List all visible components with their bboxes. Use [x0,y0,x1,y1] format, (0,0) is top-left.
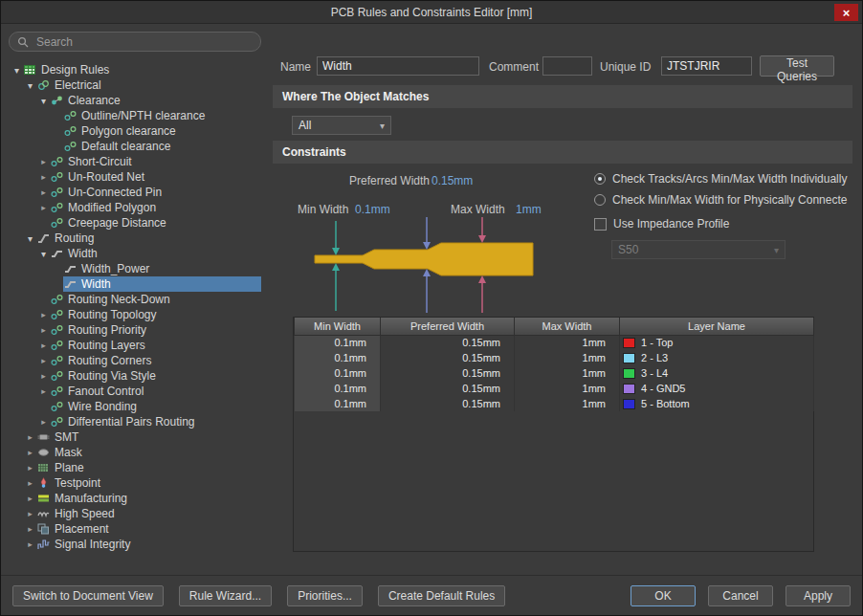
preferred-width-cell[interactable]: 0.15mm [381,350,515,365]
layer-table-row[interactable]: 0.1mm0.15mm1mm3 - L4 [295,365,814,381]
tree-item[interactable]: Default clearance [9,139,261,154]
preferred-width-cell[interactable]: 0.15mm [381,396,515,411]
expand-arrow-icon[interactable]: ▸ [37,203,50,212]
expand-arrow-icon[interactable]: ▸ [37,417,50,427]
min-width-cell[interactable]: 0.1mm [295,396,381,411]
layer-table-row[interactable]: 0.1mm0.15mm1mm5 - Bottom [295,396,814,411]
collapse-arrow-icon[interactable]: ▾ [11,65,23,76]
tree-item[interactable]: ▸Testpoint [9,475,261,491]
tree-item[interactable]: ▸High Speed [9,506,261,521]
tree-item[interactable]: Creepage Distance [9,215,261,231]
expand-arrow-icon[interactable]: ▸ [37,157,50,166]
expand-arrow-icon[interactable]: ▸ [37,325,50,335]
layer-table-row[interactable]: 0.1mm0.15mm1mm1 - Top [295,335,814,350]
ok-button[interactable]: OK [631,585,696,606]
collapse-arrow-icon[interactable]: ▾ [24,80,36,91]
column-header-layer-name[interactable]: Layer Name [620,318,814,335]
min-width-cell[interactable]: 0.1mm [295,350,381,365]
tree-item[interactable]: ▸Un-Routed Net [9,169,261,185]
max-width-cell[interactable]: 1mm [515,396,620,411]
expand-arrow-icon[interactable]: ▸ [37,310,50,319]
tree-item[interactable]: ▾Electrical [9,77,261,93]
rule-wizard-button[interactable]: Rule Wizard... [179,585,272,606]
priorities-button[interactable]: Priorities... [287,585,363,606]
tree-item[interactable]: ▸SMT [9,429,261,445]
radio-check-physical[interactable]: Check Min/Max Width for Physically Conne… [594,193,847,207]
tree-item[interactable]: Outline/NPTH clearance [9,108,261,123]
layer-table-row[interactable]: 0.1mm0.15mm1mm4 - GND5 [295,381,814,396]
max-width-cell[interactable]: 1mm [515,365,620,381]
cancel-button[interactable]: Cancel [708,585,773,606]
tree-item[interactable]: ▸Routing Corners [9,353,261,368]
max-width-cell[interactable]: 1mm [515,335,620,350]
radio-button-icon[interactable] [594,173,606,185]
checkbox-icon[interactable] [594,218,607,231]
create-default-rules-button[interactable]: Create Default Rules [378,585,505,606]
tree-item[interactable]: ▸Un-Connected Pin [9,185,261,200]
tree-item[interactable]: ▸Signal Integrity [9,537,261,552]
use-impedance-profile-option[interactable]: Use Impedance Profile [594,217,729,231]
close-button[interactable]: × [834,4,858,21]
tree-item[interactable]: ▸Differential Pairs Routing [9,414,261,429]
column-header-max-width[interactable]: Max Width [515,318,620,335]
min-width-cell[interactable]: 0.1mm [295,381,381,396]
tree-item[interactable]: ▸Mask [9,445,261,460]
min-width-cell[interactable]: 0.1mm [295,335,381,350]
tree-item[interactable]: Width_Power [9,261,261,276]
tree-item[interactable]: ▸Routing Priority [9,322,261,338]
tree-item[interactable]: ▸Short-Circuit [9,154,261,169]
expand-arrow-icon[interactable]: ▸ [37,172,50,182]
radio-button-icon[interactable] [594,194,606,206]
layer-name-cell[interactable]: 5 - Bottom [620,396,814,411]
tree-item[interactable]: Width [9,276,261,292]
preferred-width-cell[interactable]: 0.15mm [381,365,515,381]
tree-item[interactable]: ▸Routing Layers [9,338,261,353]
preferred-width-cell[interactable]: 0.15mm [381,381,515,396]
layer-table-row[interactable]: 0.1mm0.15mm1mm2 - L3 [295,350,814,365]
tree-item[interactable]: Wire Bonding [9,399,261,414]
tree-item[interactable]: ▾Routing [9,231,261,246]
tree-item[interactable]: Routing Neck-Down [9,292,261,307]
switch-to-document-view-button[interactable]: Switch to Document View [12,585,164,606]
preferred-width-value[interactable]: 0.15mm [432,174,473,187]
tree-item[interactable]: ▸Placement [9,521,261,537]
comment-input[interactable] [542,56,592,76]
column-header-min-width[interactable]: Min Width [295,318,381,335]
min-width-cell[interactable]: 0.1mm [295,365,381,381]
layer-name-cell[interactable]: 2 - L3 [620,350,814,365]
expand-arrow-icon[interactable]: ▸ [37,386,50,396]
tree-item[interactable]: ▾Width [9,246,261,261]
expand-arrow-icon[interactable]: ▸ [24,448,36,457]
collapse-arrow-icon[interactable]: ▾ [37,249,50,259]
layer-name-cell[interactable]: 3 - L4 [620,365,814,381]
expand-arrow-icon[interactable]: ▸ [24,539,36,549]
search-input[interactable] [34,34,253,50]
test-queries-button[interactable]: Test Queries [760,55,834,77]
collapse-arrow-icon[interactable]: ▾ [37,96,50,106]
max-width-cell[interactable]: 1mm [515,350,620,365]
tree-item[interactable]: ▸Routing Via Style [9,368,261,384]
title-bar[interactable]: PCB Rules and Constraints Editor [mm] × [1,1,862,24]
expand-arrow-icon[interactable]: ▸ [37,341,50,350]
tree-item[interactable]: ▸Modified Polygon [9,200,261,215]
min-width-value[interactable]: 0.1mm [355,203,390,216]
expand-arrow-icon[interactable]: ▸ [24,463,36,473]
expand-arrow-icon[interactable]: ▸ [37,356,50,365]
expand-arrow-icon[interactable]: ▸ [37,187,50,197]
tree-item[interactable]: ▸Fanout Control [9,384,261,399]
tree-item[interactable]: ▾Design Rules [9,62,261,77]
search-box[interactable] [9,32,261,52]
tree-item[interactable]: ▸Manufacturing [9,491,261,506]
expand-arrow-icon[interactable]: ▸ [37,371,50,381]
tree-item[interactable]: ▸Plane [9,460,261,475]
preferred-width-cell[interactable]: 0.15mm [381,335,515,350]
tree-item[interactable]: Polygon clearance [9,123,261,139]
layer-name-cell[interactable]: 4 - GND5 [620,381,814,396]
expand-arrow-icon[interactable]: ▸ [24,478,36,488]
expand-arrow-icon[interactable]: ▸ [24,494,36,503]
unique-id-input[interactable] [661,56,752,76]
expand-arrow-icon[interactable]: ▸ [24,509,36,518]
max-width-value[interactable]: 1mm [516,203,542,216]
radio-check-individual[interactable]: Check Tracks/Arcs Min/Max Width Individu… [594,172,847,186]
tree-item[interactable]: ▸Routing Topology [9,307,261,322]
